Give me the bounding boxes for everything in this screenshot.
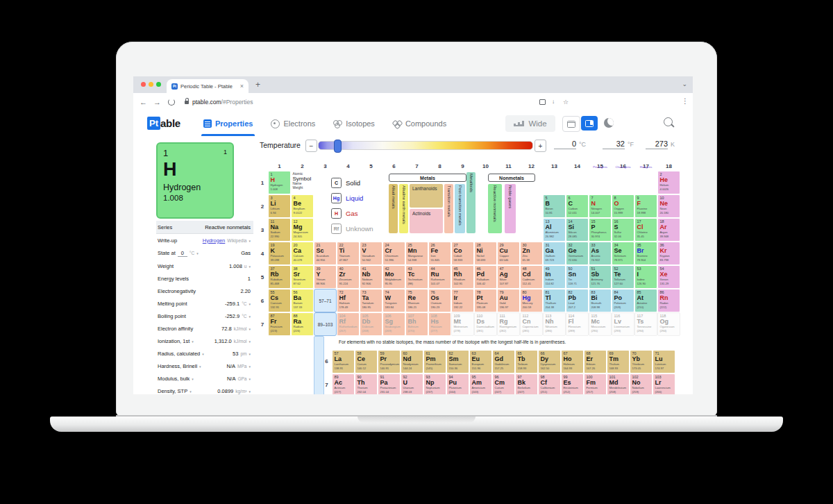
fahrenheit-field[interactable]: 32°F — [603, 140, 634, 149]
element-Db[interactable]: 105DbDubnium(268) — [360, 312, 382, 336]
element-Dy[interactable]: 66DyDysprosium162.50 — [538, 350, 561, 373]
element-C[interactable]: 6CCarbon12.011 — [566, 194, 589, 218]
element-As[interactable]: 33AsArsenic74.922 — [589, 242, 612, 265]
element-Rh[interactable]: 45RhRhodium102.91 — [451, 265, 474, 289]
element-Ds[interactable]: 110DsDarmstadtium(281) — [474, 312, 497, 336]
element-Zn[interactable]: 30ZnZinc65.38 — [520, 242, 543, 265]
element-K[interactable]: 19KPotassium39.098 — [268, 242, 291, 265]
dark-mode-moon-icon[interactable] — [604, 118, 614, 128]
element-Ta[interactable]: 73TaTantalum180.95 — [360, 289, 382, 312]
element-At[interactable]: 85AtAstatine(210) — [634, 289, 657, 312]
element-Cf[interactable]: 98CfCalifornium(251) — [538, 373, 561, 394]
element-Sg[interactable]: 106SgSeaborgium(269) — [382, 312, 405, 336]
wide-layout-button[interactable]: Wide — [505, 115, 555, 132]
legend-strip-noble[interactable]: Noble gases — [505, 184, 516, 233]
element-Nd[interactable]: 60NdNeodymium144.24 — [401, 350, 423, 373]
element-F[interactable]: 9FFluorine18.998 — [634, 194, 657, 218]
prop-row-weight[interactable]: Weight1.008u▾ — [156, 260, 253, 272]
element-Si[interactable]: 14SiSilicon28.085 — [566, 218, 589, 242]
element-Fm[interactable]: 100FmFermium(257) — [584, 373, 607, 394]
element-H[interactable]: 1HHydrogen1.008 — [268, 171, 291, 194]
browser-tab[interactable]: Pt Periodic Table - Ptable × — [167, 79, 249, 93]
element-Au[interactable]: 79AuGold196.97 — [497, 289, 520, 312]
bookmark-star-icon[interactable]: ☆ — [563, 99, 569, 106]
element-Er[interactable]: 68ErErbium167.26 — [584, 350, 607, 373]
search-icon[interactable] — [664, 117, 673, 126]
legend-strip-alkaline[interactable]: Alkaline earth metals — [399, 184, 408, 233]
element-Ac[interactable]: 89AcActinium(227) — [332, 373, 355, 394]
element-Al[interactable]: 13AlAluminium26.982 — [543, 218, 566, 242]
element-Bi[interactable]: 83BiBismuth208.98 — [589, 289, 612, 312]
new-tab-button[interactable]: + — [255, 80, 260, 90]
element-I[interactable]: 53IIodine126.90 — [634, 265, 657, 289]
prop-row-write-up[interactable]: Write-upHydrogenWikipedia▾ — [156, 234, 253, 246]
element-Ni[interactable]: 28NiNickel58.693 — [474, 242, 497, 265]
prop-row-boiling-point[interactable]: Boiling point-252.9°C▾ — [156, 310, 253, 322]
element-Nh[interactable]: 113NhNihonium(286) — [543, 312, 566, 336]
element-Co[interactable]: 27CoCobalt58.933 — [451, 242, 474, 265]
element-Sb[interactable]: 51SbAntimony121.76 — [589, 265, 612, 289]
element-Tl[interactable]: 81TlThallium204.38 — [543, 289, 566, 312]
legend-strip-lanthanoids[interactable]: Lanthanoids — [410, 184, 443, 208]
prop-row-series[interactable]: SeriesReactive nonmetals — [156, 221, 253, 234]
element-Po[interactable]: 84PoPolonium(209) — [612, 289, 634, 312]
element-Pm[interactable]: 61PmPromethium(145) — [423, 350, 446, 373]
kelvin-value[interactable]: 273 — [646, 140, 668, 149]
element-Y[interactable]: 39YYttrium88.906 — [314, 265, 337, 289]
tab-strip-chevron-icon[interactable]: ⌄ — [682, 81, 687, 87]
temperature-slider[interactable] — [318, 141, 533, 150]
element-Eu[interactable]: 63EuEuropium151.96 — [469, 350, 492, 373]
element-Lu[interactable]: 71LuLutetium174.97 — [653, 350, 675, 373]
element-Ti[interactable]: 22TiTitanium47.867 — [337, 242, 360, 265]
prop-row-hardness-brinell[interactable]: Hardness, Brinell▾N/AMPa▾ — [156, 360, 253, 372]
legend-strip-alkali[interactable]: Alkali metals — [389, 184, 398, 233]
element-Sm[interactable]: 62SmSamarium150.36 — [446, 350, 469, 373]
element-V[interactable]: 23VVanadium50.942 — [360, 242, 382, 265]
legend-strip-transition[interactable]: Transition metals — [444, 184, 453, 233]
element-Rb[interactable]: 37RbRubidium85.468 — [268, 265, 291, 289]
element-Ts[interactable]: 117TsTennessine(294) — [634, 312, 657, 336]
prop-row-density-stp[interactable]: Density, STP▾0.0899kg/m³▾ — [156, 385, 253, 394]
element-Se[interactable]: 34SeSelenium78.971 — [612, 242, 634, 265]
prop-row-melting-point[interactable]: Melting point-259.1°C▾ — [156, 297, 253, 310]
element-Sr[interactable]: 38SrStrontium87.62 — [291, 265, 314, 289]
element-Cn[interactable]: 112CnCopernicium(285) — [520, 312, 543, 336]
tab-isotopes[interactable]: Isotopes — [324, 111, 384, 136]
element-Md[interactable]: 101MdMendelevium(258) — [607, 373, 630, 394]
prop-row-electronegativity[interactable]: Electronegativity2.20 — [156, 285, 253, 297]
element-Bk[interactable]: 97BkBerkelium(247) — [515, 373, 538, 394]
element-Cu[interactable]: 29CuCopper63.546 — [497, 242, 520, 265]
element-Ga[interactable]: 31GaGallium69.723 — [543, 242, 566, 265]
element-Zr[interactable]: 40ZrZirconium91.224 — [337, 265, 360, 289]
element-Fr[interactable]: 87FrFrancium(223) — [268, 312, 291, 336]
element-Ru[interactable]: 44RuRuthenium101.07 — [428, 265, 451, 289]
element-Nb[interactable]: 41NbNiobium92.906 — [360, 265, 382, 289]
fahrenheit-value[interactable]: 32 — [603, 140, 625, 149]
traffic-light-minimize[interactable] — [149, 82, 153, 87]
element-Be[interactable]: 4BeBeryllium9.0122 — [291, 194, 314, 218]
element-Og[interactable]: 118OgOganesson(294) — [657, 312, 680, 336]
element-Ca[interactable]: 20CaCalcium40.078 — [291, 242, 314, 265]
close-tab-icon[interactable]: × — [240, 83, 244, 90]
element-Gd[interactable]: 64GdGadolinium157.25 — [492, 350, 515, 373]
element-Pr[interactable]: 59PrPraseodymium140.91 — [378, 350, 401, 373]
element-In[interactable]: 49InIndium114.82 — [543, 265, 566, 289]
element-La[interactable]: 57LaLanthanum138.91 — [332, 350, 355, 373]
element-Np[interactable]: 93NpNeptunium(237) — [423, 373, 446, 394]
element-Mc[interactable]: 115McMoscovium(290) — [589, 312, 612, 336]
element-Ir[interactable]: 77IrIridium192.22 — [451, 289, 474, 312]
fblock-placeholder-6[interactable]: 57–71 — [314, 289, 337, 312]
element-Ra[interactable]: 88RaRadium(226) — [291, 312, 314, 336]
download-icon[interactable]: ↓ — [552, 100, 557, 105]
element-Ho[interactable]: 67HoHolmium164.93 — [561, 350, 584, 373]
back-button[interactable]: ← — [140, 98, 147, 106]
state-temp-input[interactable]: 0 — [178, 250, 187, 257]
element-Cs[interactable]: 55CsCaesium132.91 — [268, 289, 291, 312]
element-Yb[interactable]: 70YbYtterbium173.05 — [630, 350, 653, 373]
element-He[interactable]: 2HeHelium4.0026 — [657, 171, 680, 194]
element-Pb[interactable]: 82PbLead207.2 — [566, 289, 589, 312]
element-Mt[interactable]: 109MtMeitnerium(278) — [451, 312, 474, 336]
legend-strip-actinoids[interactable]: Actinoids — [410, 209, 443, 233]
kelvin-field[interactable]: 273K — [646, 140, 675, 149]
element-Rg[interactable]: 111RgRoentgenium(282) — [497, 312, 520, 336]
